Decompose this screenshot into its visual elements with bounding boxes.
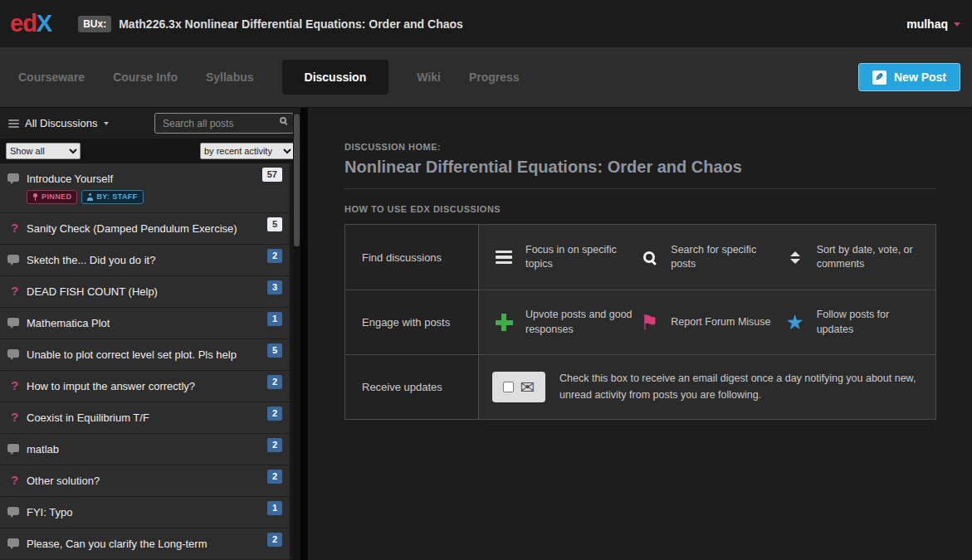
new-post-button[interactable]: New Post	[858, 63, 960, 91]
receive-updates-row: Receive updates Check this box to receiv…	[345, 354, 935, 419]
speech-bubble-icon	[7, 349, 19, 358]
tab-wiki[interactable]: Wiki	[417, 71, 441, 84]
search-icon	[643, 251, 655, 263]
sidebar-scrollbar-thumb[interactable]	[294, 114, 300, 246]
engage-with-posts-row: Engage with posts Upvote posts and good …	[345, 290, 935, 354]
find-discussions-row: Find discussions Focus in on specific to…	[345, 225, 935, 290]
person-icon	[87, 193, 93, 201]
search-posts	[154, 113, 294, 134]
thread-title: Introduce Yourself	[27, 172, 250, 186]
hamburger-icon	[8, 119, 19, 128]
thread-title: Coexist in Equilibrium T/F	[27, 411, 250, 425]
thread-title: How to imput the answer correctly?	[27, 379, 250, 393]
thread-count-badge: 1	[267, 312, 282, 326]
content-area: All Discussions Show all by recent activ…	[0, 108, 972, 560]
logo-ed: ed	[10, 10, 37, 37]
tab-discussion[interactable]: Discussion	[282, 60, 389, 95]
topics-cell: Focus in on specific topics	[492, 243, 637, 272]
sidebar-scrollbar-track[interactable]	[293, 113, 300, 560]
thread-item-matlab[interactable]: matlab 2	[0, 434, 290, 465]
thread-count-badge: 5	[267, 343, 282, 358]
all-discussions-dropdown[interactable]: All Discussions	[8, 117, 109, 129]
discussion-home-label: DISCUSSION HOME:	[344, 142, 936, 152]
row-label: Engage with posts	[345, 290, 479, 354]
thread-count-badge: 2	[267, 407, 282, 421]
username: mulhaq	[906, 17, 948, 31]
thread-count-badge: 1	[267, 501, 282, 515]
search-icon[interactable]	[280, 117, 286, 124]
tab-course-info[interactable]: Course Info	[113, 71, 178, 84]
digest-description: Check this box to receive an email diges…	[559, 371, 929, 403]
thread-title: Other solution?	[27, 474, 250, 488]
edx-logo[interactable]: edX	[10, 12, 51, 36]
thread-count-badge: 3	[267, 280, 282, 295]
caret-down-icon	[104, 122, 109, 125]
org-badge: BUx:	[78, 16, 111, 32]
pinned-badge: PINNED	[27, 190, 77, 204]
caret-down-icon	[954, 22, 960, 27]
star-icon	[785, 312, 803, 333]
thread-item-how-to-imput[interactable]: How to imput the answer correctly? 2	[0, 371, 290, 402]
logo-x: X	[37, 10, 51, 37]
speech-bubble-icon	[7, 173, 19, 182]
howto-label: HOW TO USE EDX DISCUSSIONS	[344, 204, 936, 214]
thread-title: Sanity Check (Damped Pendulum Exercise)	[27, 222, 250, 236]
thread-item-sanity-check[interactable]: Sanity Check (Damped Pendulum Exercise) …	[0, 213, 290, 245]
speech-bubble-icon	[7, 318, 19, 326]
thread-flags: PINNED BY: STAFF	[27, 190, 250, 204]
thread-count-badge: 5	[267, 217, 282, 231]
thread-count-badge: 2	[267, 249, 282, 263]
howto-table: Find discussions Focus in on specific to…	[344, 224, 936, 420]
thread-title: FYI: Typo	[27, 505, 250, 519]
thread-count-badge: 2	[267, 470, 282, 484]
speech-bubble-icon	[7, 255, 19, 263]
sort-cell: Sort by date, vote, or comments	[784, 243, 929, 272]
thread-item-coexist-equilibrium[interactable]: Coexist in Equilibrium T/F 2	[0, 402, 290, 434]
course-title: Math226.3x Nonlinear Differential Equati…	[119, 17, 463, 31]
question-mark-icon	[11, 221, 18, 236]
sort-arrows-icon	[790, 251, 800, 264]
course-nav: Courseware Course Info Syllabus Discussi…	[0, 47, 972, 108]
question-mark-icon	[11, 473, 18, 488]
thread-title: Sketch the... Did you do it?	[27, 253, 250, 267]
thread-item-mathematica-plot[interactable]: Mathematica Plot 1	[0, 308, 290, 339]
all-discussions-label: All Discussions	[25, 117, 97, 129]
thread-title: Mathematica Plot	[27, 316, 250, 330]
new-post-label: New Post	[894, 71, 946, 84]
tab-progress[interactable]: Progress	[469, 71, 520, 84]
discussion-home-panel: DISCUSSION HOME: Nonlinear Differential …	[308, 108, 972, 560]
thread-item-fyi-typo[interactable]: FYI: Typo 1	[0, 497, 290, 528]
upvote-cell: Upvote posts and good responses	[492, 308, 637, 337]
thread-item-dead-fish-count[interactable]: DEAD FISH COUNT (Help) 3	[0, 276, 290, 308]
sidebar-header: All Discussions	[0, 108, 300, 139]
thread-item-long-term[interactable]: Please, Can you clarify the Long-term 2	[0, 528, 290, 560]
question-mark-icon	[11, 378, 18, 393]
thread-count-badge: 57	[262, 168, 282, 182]
thread-count-badge: 2	[267, 533, 282, 547]
show-filter-select[interactable]: Show all	[6, 143, 81, 159]
thread-list: Introduce Yourself PINNED BY: STAFF 57 S…	[0, 163, 300, 560]
follow-cell: Follow posts for updates	[784, 308, 929, 337]
envelope-icon	[520, 378, 535, 397]
question-mark-icon	[11, 410, 18, 425]
tab-syllabus[interactable]: Syllabus	[206, 71, 254, 84]
tab-courseware[interactable]: Courseware	[18, 71, 85, 84]
thread-item-unable-to-plot[interactable]: Unable to plot correct level set plot. P…	[0, 339, 290, 371]
thread-item-other-solution[interactable]: Other solution? 2	[0, 465, 290, 497]
thread-title: Unable to plot correct level set plot. P…	[27, 348, 250, 362]
row-label: Receive updates	[345, 355, 479, 419]
email-digest-checkbox[interactable]	[503, 382, 514, 392]
pencil-icon	[872, 71, 887, 85]
user-menu[interactable]: mulhaq	[906, 17, 960, 31]
thread-item-sketch[interactable]: Sketch the... Did you do it? 2	[0, 245, 290, 276]
thread-title: matlab	[27, 442, 250, 456]
nav-tabs: Courseware Course Info Syllabus Discussi…	[18, 60, 520, 95]
speech-bubble-icon	[7, 538, 19, 547]
sort-filter-select[interactable]: by recent activity	[200, 143, 295, 159]
thread-title: DEAD FISH COUNT (Help)	[27, 285, 250, 299]
discussion-home-title: Nonlinear Differential Equations: Order …	[344, 158, 936, 189]
row-label: Find discussions	[345, 225, 479, 290]
thread-item-introduce-yourself[interactable]: Introduce Yourself PINNED BY: STAFF 57	[0, 163, 290, 213]
search-input[interactable]	[154, 113, 294, 134]
thread-title: Please, Can you clarify the Long-term	[27, 537, 250, 551]
